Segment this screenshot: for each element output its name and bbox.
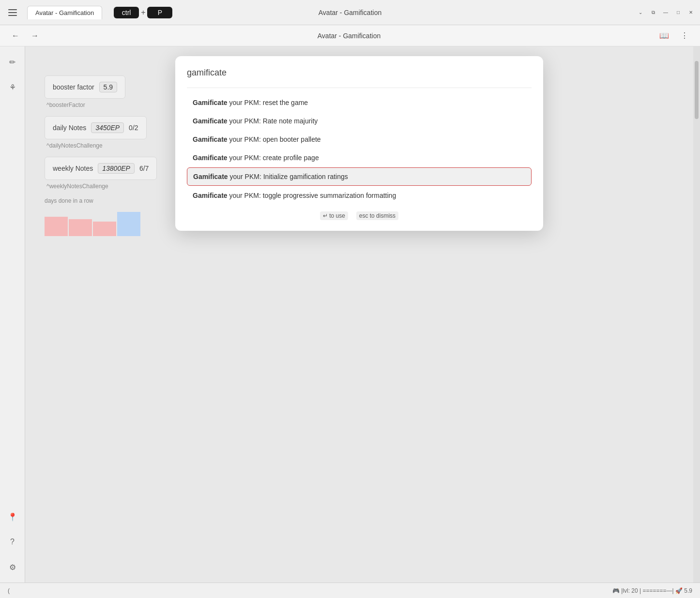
esc-key-hint: esc to dismiss [356, 211, 398, 220]
status-right: 🎮 |lvl: 20 | =======—| 🚀 5.9 [612, 587, 692, 594]
sidebar-icon-pencil[interactable]: ✏ [5, 54, 20, 70]
sidebar-toggle-button[interactable] [6, 6, 19, 19]
command-item-1-rest: your PKM: Rate note majurity [228, 117, 318, 125]
command-item-1[interactable]: Gamificate your PKM: Rate note majurity [187, 112, 532, 130]
titlebar-left: Avatar - Gamification ctrl + P [6, 6, 172, 19]
sidebar-icon-plant[interactable]: ⚘ [5, 79, 20, 95]
sidebar-icon-settings[interactable]: ⚙ [5, 559, 20, 575]
maximize-button[interactable]: □ [675, 9, 682, 16]
command-item-5-bold: Gamificate [193, 192, 228, 199]
tab-label: Avatar - Gamification [35, 9, 94, 16]
nav-toolbar: ← → Avatar - Gamification 📖 ⋮ [0, 25, 700, 46]
tab-avatar-gamification[interactable]: Avatar - Gamification [27, 6, 102, 19]
command-palette-modal: Gamificate your PKM: reset the game Gami… [175, 56, 543, 231]
svg-rect-0 [8, 9, 17, 10]
main-layout: ✏ ⚘ 📍 ? ⚙ booster factor 5.9 ^boosterFac… [0, 46, 700, 583]
plus-sign: + [141, 8, 145, 17]
modal-footer: ↵ to use esc to dismiss [187, 212, 532, 219]
split-editor-button[interactable]: ⧉ [650, 9, 656, 16]
content-area: booster factor 5.9 ^boosterFactor daily … [25, 46, 693, 583]
nav-title: Avatar - Gamification [318, 32, 380, 40]
titlebar-right: ⌄ ⧉ — □ ✕ [637, 9, 694, 16]
nav-right: 📖 ⋮ [655, 29, 692, 42]
right-scrollbar[interactable] [693, 46, 700, 583]
command-item-4-rest: your PKM: Initialize gamification rating… [228, 173, 348, 180]
svg-rect-1 [8, 12, 17, 13]
command-item-2-rest: your PKM: open booter pallete [228, 135, 321, 143]
sidebar-icon-pin[interactable]: 📍 [5, 509, 20, 524]
status-left: ( [8, 587, 10, 594]
status-bar: ( 🎮 |lvl: 20 | =======—| 🚀 5.9 [0, 583, 700, 598]
pin-icon: 📍 [8, 512, 17, 522]
svg-rect-2 [8, 15, 17, 16]
command-item-3-rest: your PKM: create profile page [228, 154, 319, 162]
shortcut-combo: ctrl + P [114, 7, 172, 18]
command-palette-input[interactable] [187, 68, 532, 78]
minimize-button[interactable]: — [662, 9, 669, 16]
left-sidebar: ✏ ⚘ 📍 ? ⚙ [0, 46, 25, 583]
p-key: P [147, 7, 172, 18]
chevron-down-icon[interactable]: ⌄ [637, 9, 644, 16]
command-item-3[interactable]: Gamificate your PKM: create profile page [187, 149, 532, 166]
more-options-button[interactable]: ⋮ [677, 29, 692, 42]
command-item-5[interactable]: Gamificate your PKM: toggle progressive … [187, 187, 532, 204]
tab-bar: Avatar - Gamification [27, 6, 102, 19]
command-item-5-rest: your PKM: toggle progressive summarizati… [228, 192, 396, 199]
command-item-3-bold: Gamificate [193, 154, 228, 162]
command-item-2-bold: Gamificate [193, 135, 228, 143]
command-item-0-rest: your PKM: reset the game [228, 99, 308, 106]
sidebar-icon-help[interactable]: ? [5, 534, 20, 550]
modal-divider [187, 88, 532, 88]
modal-overlay: Gamificate your PKM: reset the game Gami… [25, 46, 693, 583]
ctrl-key: ctrl [114, 7, 139, 18]
book-icon-button[interactable]: 📖 [655, 29, 673, 42]
enter-key-hint: ↵ to use [320, 211, 348, 220]
help-icon: ? [10, 538, 15, 546]
command-item-0-bold: Gamificate [193, 99, 228, 106]
command-item-4-bold: Gamificate [193, 173, 228, 180]
command-item-0[interactable]: Gamificate your PKM: reset the game [187, 94, 532, 111]
command-item-1-bold: Gamificate [193, 117, 228, 125]
titlebar-center-title: Avatar - Gamification [319, 9, 381, 16]
titlebar: Avatar - Gamification ctrl + P Avatar - … [0, 0, 700, 25]
plant-icon: ⚘ [9, 83, 16, 92]
pencil-icon: ✏ [9, 58, 15, 67]
scrollbar-thumb[interactable] [695, 61, 699, 119]
command-item-4[interactable]: Gamificate your PKM: Initialize gamifica… [187, 167, 532, 186]
close-button[interactable]: ✕ [687, 9, 694, 16]
forward-button[interactable]: → [27, 30, 43, 42]
command-item-2[interactable]: Gamificate your PKM: open booter pallete [187, 131, 532, 148]
settings-icon: ⚙ [9, 563, 16, 572]
back-button[interactable]: ← [8, 30, 23, 42]
